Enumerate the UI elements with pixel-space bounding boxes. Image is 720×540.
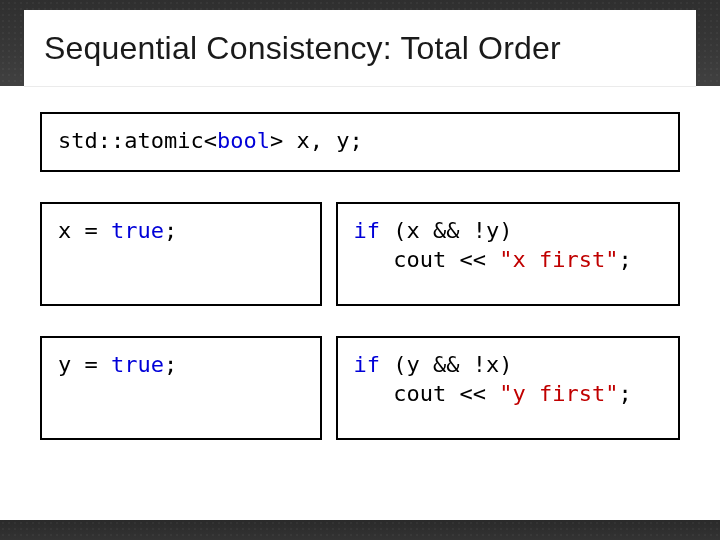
code-row: y = true; if (y && !x) cout << "y first"… <box>40 336 680 440</box>
string-literal: "y first" <box>499 381 618 406</box>
true-keyword: true <box>111 218 164 243</box>
string-literal: "x first" <box>499 247 618 272</box>
thread-left-box: x = true; <box>40 202 322 306</box>
slide-content: std::atomic<bool> x, y; x = true; if (x … <box>0 86 720 440</box>
assign-prefix: x = <box>58 218 111 243</box>
declaration-code: std::atomic<bool> x, y; <box>58 126 662 156</box>
slide-title: Sequential Consistency: Total Order <box>44 30 561 67</box>
condition-text: (x && !y) <box>380 218 512 243</box>
declaration-box: std::atomic<bool> x, y; <box>40 112 680 172</box>
decl-prefix: std::atomic< <box>58 128 217 153</box>
assign-suffix: ; <box>164 218 177 243</box>
assign-suffix: ; <box>164 352 177 377</box>
decl-type-keyword: bool <box>217 128 270 153</box>
assign-prefix: y = <box>58 352 111 377</box>
true-keyword: true <box>111 352 164 377</box>
cout-suffix: ; <box>619 381 632 406</box>
cout-suffix: ; <box>619 247 632 272</box>
check-y-code: if (y && !x) cout << "y first"; <box>354 350 662 409</box>
slide: Sequential Consistency: Total Order std:… <box>0 0 720 540</box>
cout-prefix: cout << <box>354 381 500 406</box>
thread-right-box: if (y && !x) cout << "y first"; <box>336 336 680 440</box>
if-keyword: if <box>354 218 381 243</box>
thread-right-box: if (x && !y) cout << "x first"; <box>336 202 680 306</box>
thread-left-box: y = true; <box>40 336 322 440</box>
check-x-code: if (x && !y) cout << "x first"; <box>354 216 662 275</box>
condition-text: (y && !x) <box>380 352 512 377</box>
decl-suffix: > x, y; <box>270 128 363 153</box>
assign-y-code: y = true; <box>58 350 304 380</box>
cout-prefix: cout << <box>354 247 500 272</box>
footer-background <box>0 520 720 540</box>
title-card: Sequential Consistency: Total Order <box>24 10 696 86</box>
code-row: x = true; if (x && !y) cout << "x first"… <box>40 202 680 306</box>
assign-x-code: x = true; <box>58 216 304 246</box>
if-keyword: if <box>354 352 381 377</box>
